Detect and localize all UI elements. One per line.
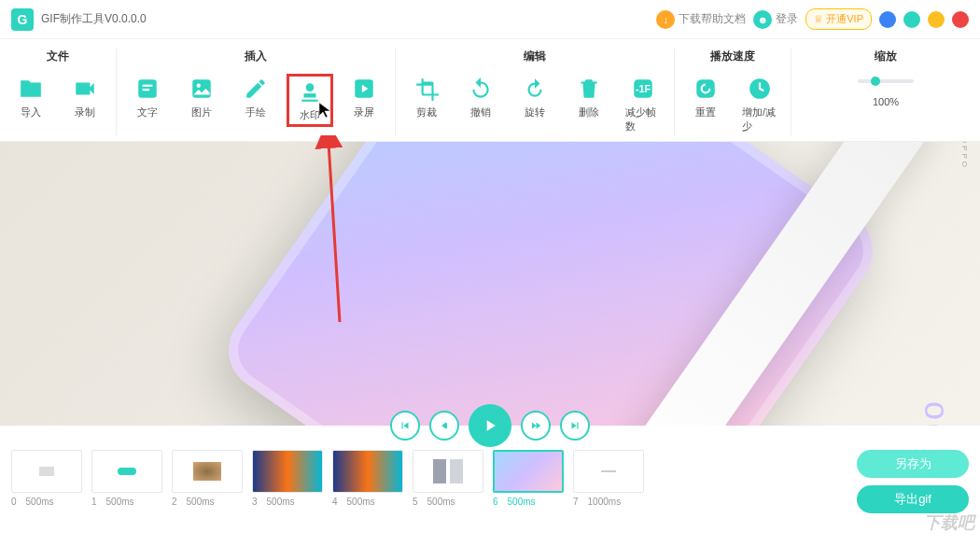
help-label: 下载帮助文档 (679, 11, 746, 27)
reset-speed-button[interactable]: 重置 (682, 74, 729, 135)
login-label: 登录 (776, 11, 798, 27)
frame-thumb (573, 450, 644, 493)
frame-thumb (413, 450, 483, 493)
trash-icon (576, 76, 602, 102)
svg-rect-2 (143, 89, 150, 91)
close-icon[interactable] (952, 11, 969, 28)
group-edit: 编辑 剪裁 撤销 旋转 删除 -1F 减少帧数 (396, 49, 675, 135)
preview-image[interactable]: oppo DESIGNED BY OPPO (0, 142, 980, 426)
svg-rect-3 (192, 79, 211, 98)
title-bar: G GIF制作工具V0.0.0.0 ↓ 下载帮助文档 ☻ 登录 ♕ 开通VIP (0, 0, 980, 39)
frame-item[interactable]: 5500ms (413, 450, 483, 507)
reset-icon (693, 76, 719, 102)
export-gif-button[interactable]: 导出gif (857, 485, 969, 513)
zoom-slider[interactable] (858, 79, 914, 83)
crop-button[interactable]: 剪裁 (403, 74, 450, 135)
help-link[interactable]: ↓ 下载帮助文档 (656, 10, 746, 29)
play-button[interactable] (469, 404, 511, 447)
frame-item[interactable]: 0500ms (11, 450, 82, 507)
image-button[interactable]: 图片 (178, 74, 225, 127)
minus-frame-icon: -1F (630, 76, 656, 102)
rotate-icon (522, 76, 548, 102)
maximize-icon[interactable] (928, 11, 945, 28)
frame-thumb (493, 450, 564, 493)
frame-thumb (172, 450, 243, 493)
zoom-value: 100% (873, 96, 899, 107)
brand-tag: DESIGNED BY OPPO (960, 142, 969, 170)
zoom-thumb[interactable] (871, 77, 880, 86)
next-frame-button[interactable] (521, 411, 551, 441)
frame-thumb (332, 450, 403, 493)
rotate-button[interactable]: 旋转 (511, 74, 558, 135)
frame-thumb (91, 450, 162, 493)
svg-rect-1 (143, 85, 153, 87)
record-button[interactable]: 录制 (62, 74, 108, 121)
app-title: GIF制作工具V0.0.0.0 (41, 11, 147, 27)
screen-record-button[interactable]: 录屏 (341, 74, 387, 127)
frame-thumb (11, 450, 82, 493)
reduce-frames-button[interactable]: -1F 减少帧数 (620, 74, 666, 135)
download-icon: ↓ (656, 10, 675, 29)
prev-frame-button[interactable] (429, 411, 459, 441)
group-insert: 插入 文字 图片 手绘 水印 录屏 (117, 49, 396, 135)
undo-button[interactable]: 撤销 (457, 74, 504, 135)
import-button[interactable]: 导入 (7, 74, 54, 121)
group-insert-label: 插入 (245, 49, 267, 64)
play-square-icon (351, 76, 377, 102)
cursor-icon (317, 101, 334, 118)
site-watermark: 下载吧 (924, 511, 974, 534)
svg-point-4 (197, 84, 201, 88)
image-icon (189, 76, 215, 102)
group-zoom: 缩放 100% (791, 49, 980, 135)
canvas: oppo DESIGNED BY OPPO (0, 142, 980, 426)
save-as-button[interactable]: 另存为 (857, 450, 969, 478)
group-speed: 播放速度 重置 增加/减少 (675, 49, 791, 135)
text-icon (134, 76, 161, 102)
clock-icon (747, 76, 773, 102)
draw-button[interactable]: 手绘 (232, 74, 279, 127)
group-file-label: 文件 (47, 49, 69, 64)
login-link[interactable]: ☻ 登录 (753, 10, 798, 29)
frames-area: 0500ms 1500ms 2500ms 3500ms 4500ms 5500m… (0, 444, 980, 519)
frame-item[interactable]: 6500ms (493, 450, 564, 507)
frame-item[interactable]: 71000ms (573, 450, 644, 507)
pencil-icon (243, 76, 269, 102)
crop-icon (413, 76, 440, 102)
group-file: 文件 导入 录制 (0, 49, 117, 135)
frame-thumb (252, 450, 323, 493)
minimize-icon[interactable] (903, 11, 920, 28)
titlebar-right: ↓ 下载帮助文档 ☻ 登录 ♕ 开通VIP (656, 8, 969, 30)
camera-icon (72, 76, 98, 102)
vip-button[interactable]: ♕ 开通VIP (805, 8, 872, 30)
frame-item[interactable]: 2500ms (172, 450, 243, 507)
text-button[interactable]: 文字 (124, 74, 171, 127)
group-speed-label: 播放速度 (710, 49, 755, 64)
first-frame-button[interactable] (390, 411, 420, 441)
svg-text:-1F: -1F (636, 83, 651, 94)
svg-rect-9 (696, 79, 715, 98)
frame-item[interactable]: 1500ms (91, 450, 162, 507)
action-buttons: 另存为 导出gif (857, 450, 969, 513)
app-logo: G (11, 8, 34, 31)
user-icon: ☻ (753, 10, 772, 29)
frame-list: 0500ms 1500ms 2500ms 3500ms 4500ms 5500m… (11, 450, 849, 507)
adjust-speed-button[interactable]: 增加/减少 (736, 74, 783, 135)
undo-icon (468, 76, 494, 102)
folder-icon (18, 76, 44, 102)
playback-controls (0, 407, 980, 444)
frame-item[interactable]: 3500ms (252, 450, 323, 507)
last-frame-button[interactable] (560, 411, 590, 441)
delete-button[interactable]: 删除 (566, 74, 612, 135)
frame-item[interactable]: 4500ms (332, 450, 403, 507)
group-zoom-label: 缩放 (875, 49, 897, 64)
svg-point-5 (306, 83, 315, 91)
group-edit-label: 编辑 (524, 49, 546, 64)
window-help-icon[interactable] (879, 11, 896, 28)
toolbar: 文件 导入 录制 插入 文字 图片 手绘 (0, 39, 980, 142)
